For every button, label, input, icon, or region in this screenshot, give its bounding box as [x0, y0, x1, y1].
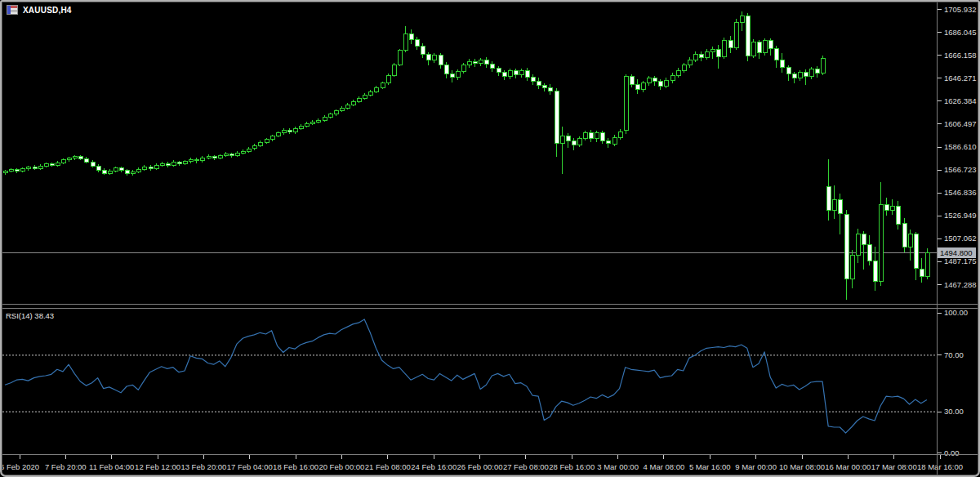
- candle-bear: [873, 261, 877, 281]
- candle-bull: [705, 51, 709, 57]
- candle-bull: [386, 76, 390, 83]
- candle-bull: [832, 199, 836, 210]
- rsi-axis-label: 100.00: [944, 308, 968, 317]
- candle-bear: [884, 204, 889, 210]
- candle-bull: [351, 101, 355, 105]
- chart-header: XAUUSD,H4: [7, 5, 72, 15]
- candle-bull: [751, 42, 755, 56]
- candle-bull: [56, 163, 60, 165]
- candle-bear: [774, 48, 778, 60]
- rsi-indicator-label: RSI(14) 38.43: [6, 311, 54, 320]
- candle-bull: [890, 207, 894, 210]
- candle-bear: [502, 73, 506, 77]
- current-price-tag: 1494.800: [938, 247, 976, 258]
- price-axis-label: 1666.158: [944, 51, 977, 60]
- current-price-value: 1494.800: [940, 248, 973, 257]
- candle-bear: [212, 157, 216, 158]
- price-axis-label: 1686.045: [944, 28, 977, 37]
- candle-bear: [914, 234, 918, 269]
- candle-bull: [577, 138, 581, 145]
- candle-bull: [328, 114, 332, 118]
- time-axis-label: 26 Feb 00:00: [457, 462, 503, 471]
- price-axis-label: 1487.175: [944, 256, 977, 265]
- candle-bull: [136, 169, 140, 172]
- time-axis-label: 27 Feb 08:00: [503, 462, 549, 471]
- candle-bear: [566, 136, 570, 140]
- price-axis[interactable]: 1705.9321686.0451666.1581646.2711626.384…: [938, 5, 977, 457]
- candle-bull: [340, 108, 344, 111]
- candle-bull: [676, 70, 680, 75]
- candles: [3, 11, 929, 300]
- candle-bull: [624, 76, 628, 130]
- candle-bull: [850, 255, 854, 279]
- candle-bear: [96, 166, 100, 170]
- candle-bull: [299, 126, 303, 128]
- candle-bull: [252, 145, 256, 149]
- candle-bull: [114, 168, 118, 172]
- candle-bull: [734, 22, 738, 47]
- chart-window-icon: [7, 5, 18, 15]
- rsi-chart-area[interactable]: [2, 319, 937, 433]
- candle-bear: [497, 69, 501, 73]
- candle-bull: [20, 168, 24, 171]
- candle-bull: [368, 91, 372, 96]
- candle-bear: [746, 16, 750, 56]
- price-axis-label: 1566.723: [944, 165, 977, 174]
- time-axis-label: 17 Feb 04:00: [227, 462, 273, 471]
- candle-bull: [282, 130, 286, 133]
- candle-bear: [635, 84, 639, 89]
- candle-bear: [826, 187, 831, 211]
- candle-bear: [514, 71, 518, 75]
- main-chart-area[interactable]: [3, 11, 929, 300]
- candle-bull: [247, 149, 251, 151]
- candle-bear: [555, 91, 559, 143]
- candle-bear: [542, 86, 546, 88]
- candle-bear: [409, 33, 413, 39]
- candle-bear: [84, 158, 88, 162]
- candle-bull: [316, 120, 320, 122]
- candle-bull: [224, 154, 228, 156]
- candle-bull: [345, 105, 350, 108]
- candle-bear: [920, 269, 924, 277]
- time-axis-label: 18 Mar 16:00: [917, 462, 963, 471]
- candle-bull: [9, 169, 13, 171]
- candle-bull: [154, 166, 158, 169]
- candle-bull: [908, 234, 912, 247]
- candle-bear: [606, 140, 610, 144]
- candle-bull: [3, 171, 7, 173]
- candle-bear: [867, 244, 871, 261]
- time-axis-label: 24 Feb 16:00: [411, 462, 457, 471]
- candle-bear: [421, 46, 425, 55]
- time-axis[interactable]: 6 Feb 20207 Feb 20:0011 Feb 04:0012 Feb …: [0, 455, 963, 471]
- price-axis-label: 1646.271: [944, 74, 977, 82]
- candle-bull: [821, 58, 825, 73]
- candle-bear: [815, 69, 819, 73]
- time-axis-label: 28 Feb 16:00: [549, 462, 595, 471]
- candle-bull: [218, 156, 222, 158]
- candle-bull: [381, 83, 385, 87]
- candle-bull: [693, 54, 697, 60]
- candle-bull: [357, 99, 361, 102]
- time-axis-label: 12 Feb 12:00: [135, 462, 180, 471]
- candle-bull: [334, 111, 338, 114]
- candle-bull: [323, 118, 327, 120]
- candle-bull: [403, 33, 408, 51]
- candle-bear: [804, 72, 808, 76]
- candle-bear: [33, 167, 37, 168]
- candle-bull: [710, 49, 715, 51]
- candle-bull: [189, 159, 193, 162]
- candle-bear: [728, 40, 733, 47]
- candle-bear: [780, 60, 784, 68]
- candle-bear: [902, 224, 906, 247]
- candle-bear: [653, 78, 657, 82]
- candle-bear: [531, 78, 535, 82]
- candle-bear: [600, 133, 604, 141]
- time-axis-label: 18 Feb 16:00: [273, 462, 318, 471]
- candle-bull: [61, 160, 65, 163]
- rsi-axis-label: 30.00: [944, 407, 964, 416]
- candle-bull: [856, 234, 860, 255]
- candle-bull: [276, 133, 280, 136]
- candle-bear: [91, 162, 95, 166]
- candle-bull: [432, 56, 436, 60]
- candle-bear: [287, 130, 292, 132]
